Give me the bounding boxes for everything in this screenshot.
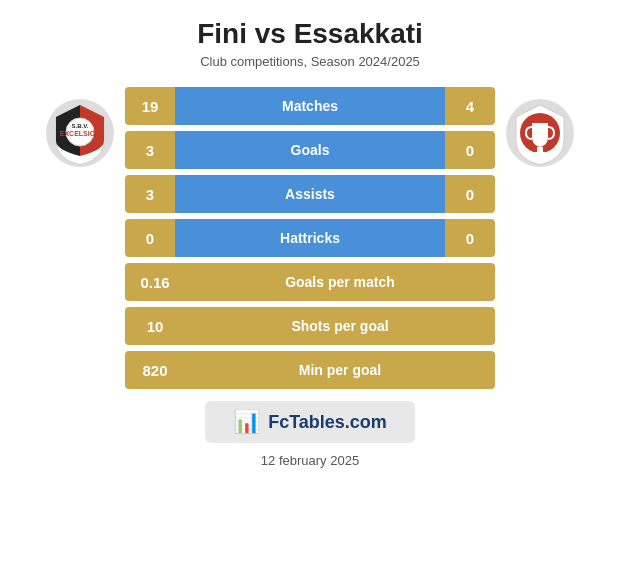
watermark-text: FcTables.com xyxy=(268,412,387,433)
match-title: Fini vs Essakkati xyxy=(197,18,423,50)
stat-row-assists: 3 Assists 0 xyxy=(125,175,495,213)
stat-right-assists: 0 xyxy=(445,175,495,213)
stat-row-shots-per-goal: 10 Shots per goal xyxy=(125,307,495,345)
watermark-icon: 📊 xyxy=(233,409,260,435)
svg-rect-6 xyxy=(537,147,543,152)
left-team-logo: S.B.V. EXCELSIOR xyxy=(35,87,125,169)
stat-label-goals: Goals xyxy=(175,131,445,169)
stat-val-shots-per-goal: 10 xyxy=(125,307,185,345)
stat-val-min-per-goal: 820 xyxy=(125,351,185,389)
main-area: S.B.V. EXCELSIOR 19 Matches 4 3 Goals 0 … xyxy=(0,87,620,389)
stat-left-goals: 3 xyxy=(125,131,175,169)
stat-label-shots-per-goal: Shots per goal xyxy=(185,307,495,345)
stat-left-assists: 3 xyxy=(125,175,175,213)
right-team-logo xyxy=(495,87,585,169)
stat-right-matches: 4 xyxy=(445,87,495,125)
stat-label-matches: Matches xyxy=(175,87,445,125)
stat-row-matches: 19 Matches 4 xyxy=(125,87,495,125)
stat-label-hattricks: Hattricks xyxy=(175,219,445,257)
match-subtitle: Club competitions, Season 2024/2025 xyxy=(200,54,420,69)
svg-text:S.B.V.: S.B.V. xyxy=(72,123,89,129)
stat-row-goals-per-match: 0.16 Goals per match xyxy=(125,263,495,301)
stats-area: 19 Matches 4 3 Goals 0 3 Assists 0 0 Hat… xyxy=(125,87,495,389)
page-container: Fini vs Essakkati Club competitions, Sea… xyxy=(0,0,620,580)
svg-rect-7 xyxy=(533,152,547,155)
stat-label-min-per-goal: Min per goal xyxy=(185,351,495,389)
stat-val-goals-per-match: 0.16 xyxy=(125,263,185,301)
stat-left-hattricks: 0 xyxy=(125,219,175,257)
stat-label-goals-per-match: Goals per match xyxy=(185,263,495,301)
stat-row-hattricks: 0 Hattricks 0 xyxy=(125,219,495,257)
stat-label-assists: Assists xyxy=(175,175,445,213)
stat-right-hattricks: 0 xyxy=(445,219,495,257)
stat-row-goals: 3 Goals 0 xyxy=(125,131,495,169)
stat-right-goals: 0 xyxy=(445,131,495,169)
stat-left-matches: 19 xyxy=(125,87,175,125)
stat-row-min-per-goal: 820 Min per goal xyxy=(125,351,495,389)
svg-text:EXCELSIOR: EXCELSIOR xyxy=(60,130,100,137)
watermark-box: 📊 FcTables.com xyxy=(205,401,415,443)
date-text: 12 february 2025 xyxy=(261,453,359,468)
